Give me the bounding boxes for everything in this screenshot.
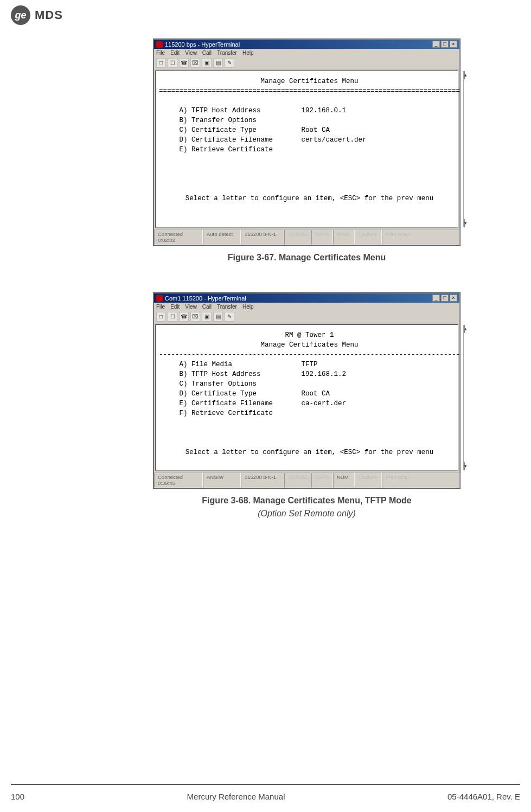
status-caps: CAPS — [311, 472, 333, 488]
tb-props-icon[interactable]: ✎ — [225, 58, 234, 68]
scroll-down-icon[interactable]: ▾ — [464, 462, 465, 470]
app-icon — [156, 41, 163, 48]
page-header: ge MDS — [11, 5, 63, 25]
close-button[interactable]: × — [450, 295, 457, 302]
menu-file[interactable]: File — [156, 304, 165, 310]
document-id: 05-4446A01, Rev. E — [447, 792, 520, 801]
mds-brand-text: MDS — [35, 8, 63, 22]
tb-recv-icon[interactable]: ▤ — [213, 312, 223, 322]
scroll-up-icon[interactable]: ▴ — [464, 325, 465, 333]
figure-caption-1: Figure 3-67. Manage Certificates Menu — [153, 253, 460, 263]
tb-open-icon[interactable]: ☐ — [168, 58, 177, 68]
document-title: Mercury Reference Manual — [187, 792, 285, 801]
status-detect: ANSIW — [203, 472, 241, 488]
ge-logo-icon: ge — [11, 5, 30, 25]
titlebar: Com1 115200 - HyperTerminal _ □ × — [154, 293, 459, 303]
scroll-up-icon[interactable]: ▴ — [464, 71, 465, 79]
app-icon — [156, 295, 163, 302]
status-scroll: SCROLL — [284, 472, 311, 488]
terminal-output[interactable]: Manage Certificates Menu================… — [156, 71, 463, 227]
titlebar: 115200 bps - HyperTerminal _ □ × — [154, 40, 459, 49]
tb-recv-icon[interactable]: ▤ — [213, 58, 223, 68]
status-scroll: SCROLL — [284, 229, 311, 245]
status-capture: Capture — [355, 229, 382, 245]
status-connection: Connected 0:39:45 — [154, 472, 203, 488]
status-port: 115200 8-N-1 — [241, 229, 284, 245]
menu-edit[interactable]: Edit — [170, 304, 180, 310]
close-button[interactable]: × — [450, 41, 457, 48]
statusbar: Connected 0:02:02 Auto detect 115200 8-N… — [154, 229, 459, 245]
status-print: Print echo — [382, 229, 459, 245]
footer-divider — [11, 784, 520, 785]
tb-props-icon[interactable]: ✎ — [225, 312, 234, 322]
statusbar: Connected 0:39:45 ANSIW 115200 8-N-1 SCR… — [154, 472, 459, 488]
minimize-button[interactable]: _ — [432, 41, 440, 48]
page-footer: 100 Mercury Reference Manual 05-4446A01,… — [11, 792, 520, 801]
scroll-down-icon[interactable]: ▾ — [464, 219, 465, 227]
tb-send-icon[interactable]: ▣ — [202, 58, 212, 68]
menu-transfer[interactable]: Transfer — [217, 50, 237, 56]
status-connection: Connected 0:02:02 — [154, 229, 203, 245]
maximize-button[interactable]: □ — [441, 41, 449, 48]
terminal-area: RM @ Tower 1Manage Certificates Menu----… — [155, 324, 458, 471]
tb-hangup-icon[interactable]: ⌧ — [190, 312, 200, 322]
menu-view[interactable]: View — [185, 50, 197, 56]
maximize-button[interactable]: □ — [441, 295, 449, 302]
tb-call-icon[interactable]: ☎ — [179, 312, 189, 322]
status-capture: Capture — [355, 472, 382, 488]
status-num: NUM — [333, 472, 355, 488]
tb-send-icon[interactable]: ▣ — [202, 312, 212, 322]
window-title: Com1 115200 - HyperTerminal — [165, 295, 246, 302]
toolbar: □ ☐ ☎ ⌧ ▣ ▤ ✎ — [154, 311, 459, 323]
terminal-area: Manage Certificates Menu================… — [155, 71, 458, 228]
tb-call-icon[interactable]: ☎ — [179, 58, 189, 68]
tb-hangup-icon[interactable]: ⌧ — [190, 58, 200, 68]
terminal-output[interactable]: RM @ Tower 1Manage Certificates Menu----… — [156, 325, 463, 470]
menu-file[interactable]: File — [156, 50, 165, 56]
figure-subcaption-2: (Option Set Remote only) — [153, 509, 460, 519]
menubar: File Edit View Call Transfer Help — [154, 49, 459, 57]
status-detect: Auto detect — [203, 229, 241, 245]
status-port: 115200 8-N-1 — [241, 472, 284, 488]
toolbar: □ ☐ ☎ ⌧ ▣ ▤ ✎ — [154, 57, 459, 69]
window-title: 115200 bps - HyperTerminal — [165, 41, 240, 48]
scrollbar[interactable]: ▴ ▾ — [463, 71, 464, 227]
menu-call[interactable]: Call — [202, 304, 212, 310]
menu-call[interactable]: Call — [202, 50, 212, 56]
tb-open-icon[interactable]: ☐ — [168, 312, 177, 322]
hyperterminal-window-2: Com1 115200 - HyperTerminal _ □ × File E… — [153, 293, 460, 488]
menu-edit[interactable]: Edit — [170, 50, 180, 56]
minimize-button[interactable]: _ — [432, 295, 440, 302]
menu-help[interactable]: Help — [242, 304, 254, 310]
page-content: 115200 bps - HyperTerminal _ □ × File Ed… — [153, 39, 460, 519]
hyperterminal-window-1: 115200 bps - HyperTerminal _ □ × File Ed… — [153, 39, 460, 245]
status-caps: CAPS — [311, 229, 333, 245]
menu-view[interactable]: View — [185, 304, 197, 310]
menu-transfer[interactable]: Transfer — [217, 304, 237, 310]
menu-help[interactable]: Help — [242, 50, 254, 56]
tb-new-icon[interactable]: □ — [156, 58, 166, 68]
tb-new-icon[interactable]: □ — [156, 312, 166, 322]
status-num: NUM — [333, 229, 355, 245]
figure-caption-2: Figure 3-68. Manage Certificates Menu, T… — [153, 496, 460, 506]
status-print: Print echo — [382, 472, 459, 488]
menubar: File Edit View Call Transfer Help — [154, 303, 459, 311]
scrollbar[interactable]: ▴ ▾ — [463, 325, 464, 470]
page-number: 100 — [11, 792, 24, 801]
